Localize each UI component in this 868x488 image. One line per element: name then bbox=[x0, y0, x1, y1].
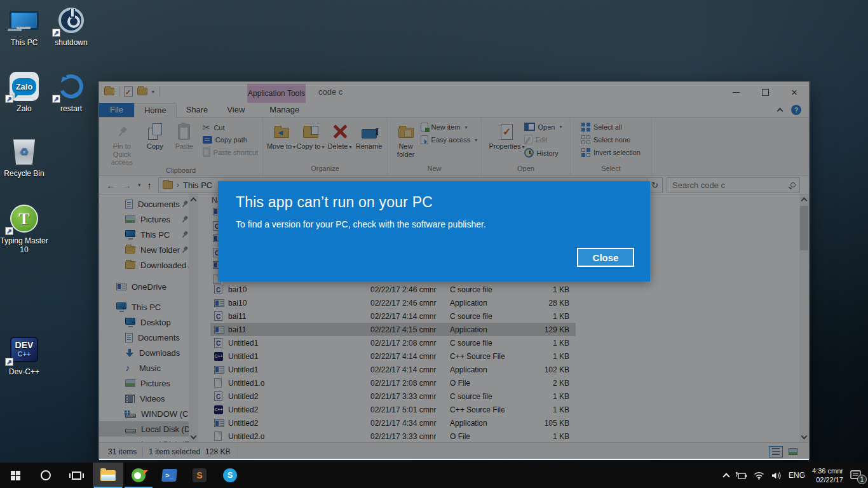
nav-item-music[interactable]: Music bbox=[99, 360, 194, 376]
nav-item-this-pc[interactable]: This PC bbox=[99, 299, 194, 315]
file-row-untitled2-c-source-file[interactable]: Untitled202/21/17 5:01 cmnrC++ Source Fi… bbox=[210, 403, 576, 416]
nav-item-local-disk-d[interactable]: Local Disk (D:) bbox=[99, 421, 194, 437]
paste-shortcut-button[interactable]: Paste shortcut bbox=[203, 147, 258, 157]
large-icons-view-button[interactable] bbox=[786, 446, 800, 458]
details-view-button[interactable] bbox=[769, 446, 783, 458]
desktop-icon-recycle-bin[interactable]: ♻ Recycle Bin bbox=[0, 135, 48, 178]
back-button[interactable]: ← bbox=[106, 180, 116, 190]
close-window-button[interactable]: × bbox=[780, 82, 809, 102]
action-center-button[interactable]: 1 bbox=[850, 470, 862, 480]
copy-button[interactable]: Copy bbox=[140, 119, 170, 166]
nav-item-onedrive[interactable]: OneDrive bbox=[99, 279, 194, 294]
properties-button[interactable]: Properties▾ bbox=[490, 119, 524, 165]
up-button[interactable]: ↑ bbox=[147, 180, 153, 190]
tab-manage[interactable]: Manage bbox=[260, 103, 309, 117]
nav-item-pictures[interactable]: Pictures bbox=[99, 376, 194, 391]
scrollbar-thumb[interactable] bbox=[800, 206, 808, 250]
desktop-icon-dev-cpp[interactable]: DEVC++↗ Dev-C++ bbox=[0, 333, 48, 376]
rename-button[interactable]: Rename bbox=[355, 119, 384, 165]
move-to-button[interactable]: Move to▾ bbox=[267, 119, 296, 165]
start-button[interactable] bbox=[0, 463, 31, 488]
file-row-bai10-application[interactable]: bai1002/22/17 2:46 cmnrApplication28 KB bbox=[210, 296, 576, 309]
wifi-icon[interactable] bbox=[754, 471, 764, 480]
copy-to-button[interactable]: Copy to▾ bbox=[296, 119, 325, 165]
desktop-icon-shutdown[interactable]: ↗ shutdown bbox=[47, 4, 95, 47]
desktop-icon-typing-master[interactable]: T↗ Typing Master 10 bbox=[0, 202, 48, 254]
new-folder-icon[interactable] bbox=[137, 88, 147, 95]
nav-item-documents[interactable]: Documents bbox=[99, 330, 194, 345]
forward-button[interactable]: → bbox=[122, 180, 132, 190]
contextual-tab-application-tools[interactable]: Application Tools bbox=[247, 84, 306, 103]
clock[interactable]: 4:36 cmnr 02/22/17 bbox=[812, 466, 843, 484]
properties-check-icon[interactable] bbox=[124, 86, 133, 97]
tab-home[interactable]: Home bbox=[134, 103, 177, 118]
customize-dropdown-icon[interactable]: ▾ bbox=[152, 89, 154, 95]
pin-icon[interactable] bbox=[179, 245, 190, 255]
taskbar-powershell[interactable]: >_ bbox=[154, 463, 184, 488]
recent-locations-dropdown-icon[interactable]: ▾ bbox=[138, 182, 141, 188]
collapse-ribbon-icon[interactable] bbox=[777, 108, 783, 114]
taskbar-file-explorer[interactable] bbox=[93, 463, 123, 488]
pin-icon[interactable] bbox=[179, 229, 190, 240]
file-row-untitled1-application[interactable]: Untitled102/22/17 4:14 cmnrApplication10… bbox=[210, 363, 576, 376]
pin-to-quick-access-button[interactable]: Pin to Quick access bbox=[104, 119, 140, 166]
file-row-bai11-application[interactable]: bai1102/22/17 4:15 cmnrApplication129 KB bbox=[210, 323, 576, 336]
tab-share[interactable]: Share bbox=[177, 103, 218, 117]
speaker-icon[interactable] bbox=[771, 471, 782, 480]
maximize-button[interactable] bbox=[750, 82, 780, 102]
pin-icon[interactable] bbox=[179, 214, 190, 225]
file-row-untitled1-o-o-file[interactable]: Untitled1.o02/21/17 2:08 cmnrO File2 KB bbox=[210, 376, 576, 390]
show-hidden-icons-button[interactable] bbox=[722, 473, 729, 480]
file-row-bai10-c-source-file[interactable]: bai1002/22/17 2:46 cmnrC source file1 KB bbox=[210, 283, 576, 296]
select-all-button[interactable]: Select all bbox=[581, 123, 622, 132]
nav-item-desktop[interactable]: Desktop bbox=[99, 315, 194, 330]
nav-item-window-c[interactable]: WINDOW (C:) bbox=[99, 406, 194, 421]
delete-button[interactable]: Delete▾ bbox=[325, 119, 355, 165]
search-input[interactable] bbox=[667, 180, 782, 190]
file-list-scrollbar[interactable] bbox=[799, 194, 809, 442]
desktop-icon-restart[interactable]: ↗ restart bbox=[47, 70, 95, 113]
file-row-untitled2-application[interactable]: Untitled202/21/17 4:34 cmnrApplication10… bbox=[210, 416, 576, 430]
nav-item-downloaded[interactable]: Downloaded bbox=[99, 257, 194, 273]
desktop-icon-zalo[interactable]: Zalo↗ Zalo bbox=[0, 70, 48, 113]
nav-item-this-pc[interactable]: This PC bbox=[99, 227, 194, 242]
scroll-up-icon[interactable] bbox=[191, 198, 197, 204]
dialog-close-button[interactable]: Close bbox=[577, 248, 634, 267]
open-button[interactable]: Open▾ bbox=[524, 123, 562, 131]
nav-item-videos[interactable]: Videos bbox=[99, 391, 194, 406]
nav-item-local-disk-e[interactable]: Local Disk (E:) bbox=[99, 437, 194, 442]
nav-item-downloads[interactable]: Downloads bbox=[99, 345, 194, 360]
desktop-icon-this-pc[interactable]: This PC bbox=[0, 4, 48, 47]
nav-scrollbar[interactable] bbox=[189, 194, 198, 442]
edit-button[interactable]: Edit bbox=[524, 135, 548, 144]
file-row-untitled2-c-source-file[interactable]: Untitled202/21/17 3:33 cmnrC source file… bbox=[210, 390, 576, 403]
new-item-button[interactable]: New item▾ bbox=[421, 123, 468, 132]
taskbar-coc-coc-browser[interactable] bbox=[123, 463, 154, 488]
scroll-down-icon[interactable] bbox=[801, 433, 808, 440]
file-row-untitled2-o-o-file[interactable]: Untitled2.o02/21/17 3:33 cmnrO File1 KB bbox=[210, 430, 576, 442]
file-row-bai11-c-source-file[interactable]: bai1102/22/17 4:14 cmnrC source file1 KB bbox=[210, 309, 576, 323]
language-indicator[interactable]: ENG bbox=[789, 471, 805, 480]
tab-view[interactable]: View bbox=[217, 103, 254, 117]
search-box[interactable] bbox=[667, 177, 800, 193]
new-folder-button[interactable]: New folder bbox=[391, 119, 421, 165]
scroll-up-icon[interactable] bbox=[801, 198, 808, 204]
paste-button[interactable]: Paste bbox=[170, 119, 199, 166]
pin-icon[interactable] bbox=[179, 199, 190, 210]
scroll-down-icon[interactable] bbox=[191, 433, 197, 440]
cortana-search-button[interactable] bbox=[31, 463, 61, 488]
easy-access-button[interactable]: Easy access▾ bbox=[421, 135, 478, 144]
nav-item-new-folder[interactable]: New folder bbox=[99, 242, 194, 257]
battery-power-icon[interactable] bbox=[736, 471, 747, 480]
nav-item-documents[interactable]: Documents bbox=[99, 196, 194, 212]
file-row-untitled1-c-source-file[interactable]: Untitled102/22/17 4:14 cmnrC++ Source Fi… bbox=[210, 349, 576, 363]
help-icon[interactable]: ? bbox=[791, 105, 801, 115]
tab-file[interactable]: File bbox=[99, 103, 134, 117]
minimize-button[interactable] bbox=[721, 82, 750, 102]
task-view-button[interactable] bbox=[61, 463, 92, 488]
cut-button[interactable]: ✂Cut bbox=[203, 123, 225, 132]
breadcrumb-this-pc[interactable]: This PC bbox=[183, 180, 212, 190]
select-none-button[interactable]: Select none bbox=[581, 135, 630, 144]
file-row-untitled1-c-source-file[interactable]: Untitled102/21/17 2:08 cmnrC source file… bbox=[210, 336, 576, 349]
taskbar-sublime-text[interactable]: S bbox=[184, 463, 215, 488]
